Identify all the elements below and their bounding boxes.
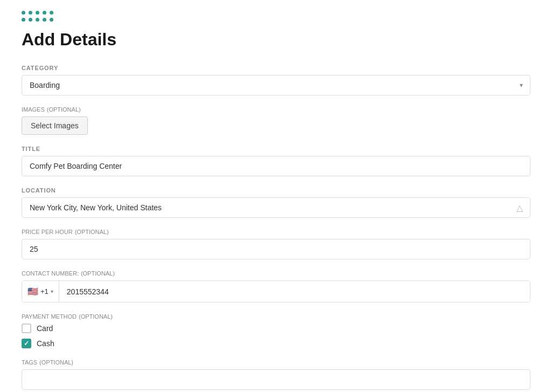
tags-label: TAGS (OPTIONAL) xyxy=(22,359,530,366)
phone-flag: 🇺🇸 xyxy=(27,286,38,297)
location-input[interactable] xyxy=(22,197,530,218)
title-input[interactable] xyxy=(22,156,530,176)
location-group: LOCATION △ xyxy=(22,187,530,218)
payment-option-cash[interactable]: Cash xyxy=(22,339,530,348)
payment-option-card[interactable]: Card xyxy=(22,324,530,333)
category-label: CATEGORY xyxy=(22,65,530,71)
phone-code: +1 xyxy=(40,287,49,295)
select-images-button[interactable]: Select Images xyxy=(22,116,88,135)
title-group: TITLE xyxy=(22,146,530,176)
contact-group: CONTACT NUMBER: (OPTIONAL) 🇺🇸 +1 ▾ xyxy=(22,270,530,302)
price-group: PRICE PER HOUR (OPTIONAL) xyxy=(22,229,530,259)
card-label: Card xyxy=(37,324,53,333)
title-label: TITLE xyxy=(22,146,530,152)
images-group: IMAGES (OPTIONAL) Select Images xyxy=(22,106,530,135)
category-select[interactable]: BoardingGroomingTrainingWalkingSitting xyxy=(22,75,530,95)
phone-input[interactable] xyxy=(59,281,530,302)
price-input[interactable] xyxy=(22,239,530,259)
tags-group: TAGS (OPTIONAL) xyxy=(22,359,530,390)
price-label: PRICE PER HOUR (OPTIONAL) xyxy=(22,229,530,235)
category-select-wrapper: BoardingGroomingTrainingWalkingSitting ▾ xyxy=(22,75,530,95)
location-label: LOCATION xyxy=(22,187,530,194)
images-label: IMAGES (OPTIONAL) xyxy=(22,106,530,113)
category-group: CATEGORY BoardingGroomingTrainingWalking… xyxy=(22,65,530,95)
location-wrapper: △ xyxy=(22,197,530,218)
tags-input[interactable] xyxy=(22,369,530,390)
phone-prefix-selector[interactable]: 🇺🇸 +1 ▾ xyxy=(22,281,59,302)
card-checkbox[interactable] xyxy=(22,324,31,333)
contact-label: CONTACT NUMBER: (OPTIONAL) xyxy=(22,270,530,277)
payment-method-group: PAYMENT METHOD (OPTIONAL) Card Cash xyxy=(22,313,530,348)
phone-wrapper: 🇺🇸 +1 ▾ xyxy=(22,280,530,302)
payment-method-label: PAYMENT METHOD (OPTIONAL) xyxy=(22,313,530,320)
payment-options: Card Cash xyxy=(22,324,530,348)
cash-checkbox[interactable] xyxy=(22,339,31,348)
cash-label: Cash xyxy=(37,339,54,348)
page-title: Add Details xyxy=(22,30,530,50)
location-icon: △ xyxy=(516,203,523,213)
phone-chevron-icon: ▾ xyxy=(51,288,53,294)
dots-decoration xyxy=(22,11,530,22)
